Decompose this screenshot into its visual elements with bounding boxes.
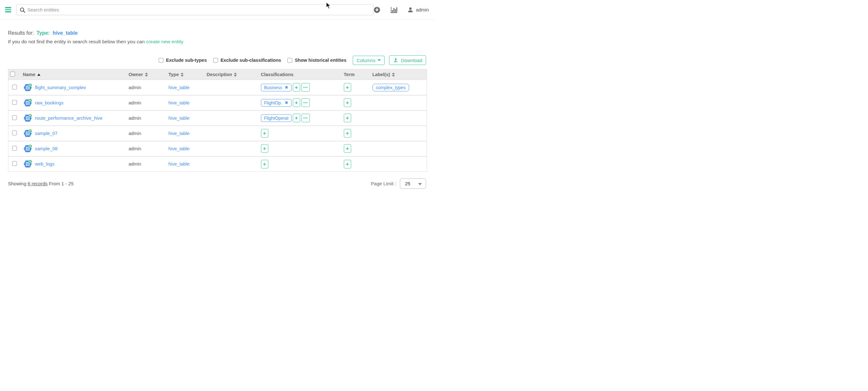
add-term-button[interactable]: +	[344, 144, 351, 153]
entity-name-link[interactable]: sample_07	[35, 131, 58, 136]
row-checkbox[interactable]	[12, 100, 17, 105]
classification-tag[interactable]: FlightOp...✖	[261, 99, 291, 107]
column-header-type: Type	[167, 69, 205, 80]
create-new-entity-link[interactable]: create new entity	[146, 39, 183, 44]
term-cell: +	[344, 98, 369, 107]
add-classification-button[interactable]: +	[261, 160, 268, 168]
entity-type-link[interactable]: hive_table	[168, 85, 190, 90]
search-input[interactable]	[27, 7, 370, 12]
label-pill[interactable]: complex_types	[372, 84, 409, 91]
record-count-text: Showing 6 records From 1 - 25	[8, 181, 73, 186]
select-all-checkbox[interactable]	[10, 72, 15, 76]
entity-name-link[interactable]: raw_bookings	[35, 100, 63, 105]
entity-name-link[interactable]: route_performance_archive_hive	[35, 116, 103, 121]
table-row: sample_08adminhive_table++	[8, 141, 427, 156]
table-controls: Exclude sub-typesExclude sub-classificat…	[8, 56, 426, 65]
page-limit-label: Page Limit :	[371, 181, 396, 186]
column-header-name: Name	[21, 69, 127, 80]
term-cell: +	[344, 129, 369, 137]
download-button[interactable]: Download	[389, 56, 426, 65]
search-icon	[20, 7, 26, 13]
hive-table-icon	[23, 98, 32, 107]
classification-tag-label: FlightOperat...	[264, 116, 288, 121]
remove-classification-icon[interactable]: ✖	[285, 85, 288, 90]
entity-type-link[interactable]: hive_table	[168, 146, 190, 151]
column-header-label: Label(s)	[372, 72, 390, 77]
more-classifications-button[interactable]: •••	[302, 98, 310, 107]
remove-classification-icon[interactable]: ✖	[285, 100, 288, 105]
user-icon	[407, 7, 413, 13]
username-label: admin	[416, 7, 429, 12]
hive-table-icon	[23, 144, 32, 153]
entity-name-link[interactable]: sample_08	[35, 146, 58, 151]
description-cell	[205, 80, 259, 95]
column-header-label: Description	[207, 72, 232, 77]
exclude-sub-types-checkbox[interactable]	[159, 58, 163, 63]
term-cell: +	[344, 114, 369, 122]
add-classification-button[interactable]: +	[293, 114, 300, 122]
row-checkbox[interactable]	[12, 131, 17, 135]
add-classification-button[interactable]: +	[261, 129, 268, 137]
more-classifications-button[interactable]: •••	[302, 83, 310, 92]
description-cell	[205, 156, 259, 172]
more-classifications-button[interactable]: •••	[302, 114, 310, 122]
entity-type-link[interactable]: hive_table	[168, 131, 190, 136]
classifications-cell: FlightOp...✖+•••	[261, 98, 340, 107]
classification-tag-label: FlightOp...	[264, 100, 282, 105]
exclude-sub-types-option: Exclude sub-types	[159, 58, 207, 63]
term-cell: +	[344, 160, 369, 168]
entity-type-link[interactable]: hive_table	[168, 161, 190, 166]
column-header-label: Owner	[129, 72, 143, 77]
column-header-label: Type	[168, 72, 179, 77]
add-term-button[interactable]: +	[344, 129, 351, 137]
term-cell: +	[344, 144, 369, 153]
search-results-table: NameOwnerTypeDescriptionClassificationsT…	[8, 69, 427, 172]
hamburger-menu-icon[interactable]	[4, 6, 12, 14]
records-count-link[interactable]: 6 records	[28, 181, 48, 186]
row-checkbox[interactable]	[12, 115, 17, 120]
sort-ascending-icon	[37, 73, 40, 76]
description-cell	[205, 126, 259, 141]
columns-button[interactable]: Columns	[353, 56, 384, 65]
page-limit-select[interactable]: 25	[400, 178, 426, 189]
labels-cell: complex_types	[372, 84, 425, 91]
add-term-button[interactable]: +	[344, 160, 351, 168]
entity-name-link[interactable]: flight_summary_complex	[35, 85, 86, 90]
row-checkbox[interactable]	[12, 146, 17, 151]
add-term-button[interactable]: +	[344, 98, 351, 107]
column-header-label: Term	[344, 72, 355, 77]
table-row: route_performance_archive_hiveadminhive_…	[8, 110, 427, 126]
show-historical-entities-checkbox[interactable]	[287, 58, 292, 63]
column-header-label: Classifications	[261, 72, 293, 77]
classifications-cell: +	[261, 129, 340, 137]
description-cell	[205, 110, 259, 126]
add-term-button[interactable]: +	[344, 114, 351, 122]
entity-name-link[interactable]: web_logs	[35, 161, 55, 166]
atlas-search-results-page: admin Results for: Type: hive_table If y…	[0, 0, 434, 195]
classification-tag[interactable]: Business...✖	[261, 84, 291, 91]
results-prefix: Results for:	[8, 30, 34, 36]
checkbox-label: Exclude sub-types	[166, 58, 207, 63]
entity-type-link[interactable]: hive_table	[168, 100, 190, 105]
add-classification-button[interactable]: +	[293, 83, 300, 92]
owner-cell: admin	[129, 146, 142, 151]
row-checkbox[interactable]	[12, 85, 17, 90]
owner-cell: admin	[129, 116, 142, 121]
classifications-cell: +	[261, 144, 340, 153]
column-header-label: Name	[23, 72, 36, 77]
description-cell	[205, 141, 259, 156]
sort-icon	[181, 73, 184, 77]
exclude-sub-classifications-checkbox[interactable]	[213, 58, 218, 63]
user-menu-button[interactable]: admin	[407, 7, 429, 13]
add-classification-button[interactable]: +	[293, 98, 300, 107]
classification-tag[interactable]: FlightOperat...	[261, 114, 291, 122]
owner-cell: admin	[129, 85, 142, 90]
entity-search-box	[16, 4, 373, 15]
downloads-button[interactable]	[373, 6, 380, 13]
add-classification-button[interactable]: +	[261, 144, 268, 153]
statistics-button[interactable]	[390, 6, 398, 13]
add-term-button[interactable]: +	[344, 83, 351, 92]
checkbox-label: Exclude sub-classifications	[220, 58, 281, 63]
entity-type-link[interactable]: hive_table	[168, 116, 190, 121]
row-checkbox[interactable]	[12, 161, 17, 166]
